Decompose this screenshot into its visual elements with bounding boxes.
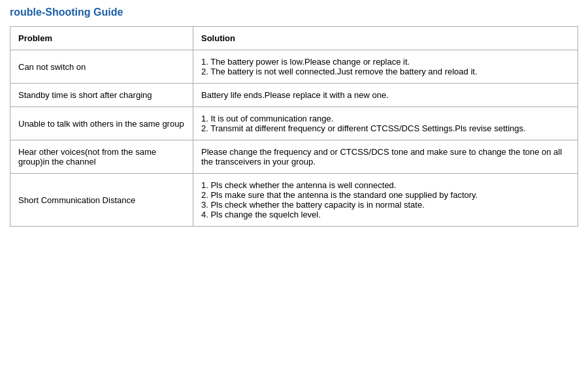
problem-cell: Hear other voices(not from the same grou… bbox=[10, 140, 193, 174]
table-header-row: Problem Solution bbox=[10, 27, 578, 50]
page-title: rouble-Shooting Guide bbox=[10, 7, 578, 21]
table-row: Can not switch on1. The battery power is… bbox=[10, 50, 578, 84]
problem-cell: Standby time is short after charging bbox=[10, 84, 193, 107]
solution-cell: 1. The battery power is low.Please chang… bbox=[193, 50, 578, 84]
solution-cell: 1. It is out of communication range.2. T… bbox=[193, 107, 578, 140]
problem-cell: Can not switch on bbox=[10, 50, 193, 84]
trouble-table: Problem Solution Can not switch on1. The… bbox=[10, 26, 578, 227]
solution-cell: Please change the frequency and or CTCSS… bbox=[193, 140, 578, 174]
problem-cell: Short Communication Distance bbox=[10, 174, 193, 227]
solution-header: Solution bbox=[193, 27, 578, 50]
table-row: Hear other voices(not from the same grou… bbox=[10, 140, 578, 174]
problem-header: Problem bbox=[10, 27, 193, 50]
page-container: rouble-Shooting Guide Problem Solution C… bbox=[0, 0, 588, 386]
problem-cell: Unable to talk with others in the same g… bbox=[10, 107, 193, 140]
solution-cell: Battery life ends.Please replace it with… bbox=[193, 84, 578, 107]
table-row: Unable to talk with others in the same g… bbox=[10, 107, 578, 140]
solution-cell: 1. Pls check whether the antenna is well… bbox=[193, 174, 578, 227]
table-row: Standby time is short after chargingBatt… bbox=[10, 84, 578, 107]
table-row: Short Communication Distance1. Pls check… bbox=[10, 174, 578, 227]
